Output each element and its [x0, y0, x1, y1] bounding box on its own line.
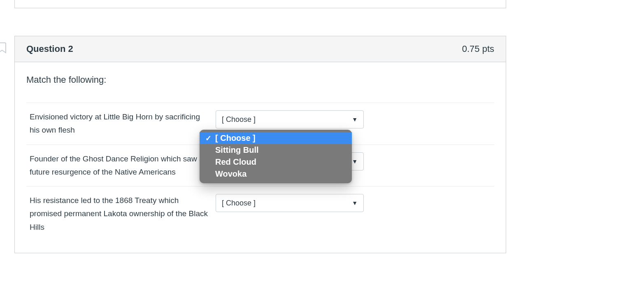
dropdown-option-wovoka[interactable]: Wovoka — [200, 168, 352, 180]
question-points: 0.75 pts — [462, 44, 494, 54]
chevron-down-icon: ▼ — [352, 200, 358, 206]
dropdown-option-label: Sitting Bull — [215, 145, 344, 155]
question-header: Question 2 0.75 pts — [15, 36, 506, 62]
previous-question-card-fragment — [14, 0, 506, 8]
question-instructions: Match the following: — [26, 75, 494, 85]
select-value: [ Choose ] — [222, 115, 256, 124]
dropdown-option-choose[interactable]: ✓ [ Choose ] — [200, 132, 352, 144]
bookmark-icon[interactable] — [0, 42, 7, 54]
match-prompt: His resistance led to the 1868 Treaty wh… — [30, 194, 216, 234]
select-value: [ Choose ] — [222, 199, 256, 208]
dropdown-option-red-cloud[interactable]: Red Cloud — [200, 156, 352, 168]
match-prompt: Envisioned victory at Little Big Horn by… — [30, 110, 216, 137]
dropdown-option-label: Wovoka — [215, 169, 344, 179]
match-select-1[interactable]: [ Choose ] ▼ — [216, 110, 364, 128]
chevron-down-icon: ▼ — [352, 158, 358, 165]
dropdown-option-sitting-bull[interactable]: Sitting Bull — [200, 144, 352, 156]
select-dropdown: ✓ [ Choose ] Sitting Bull Red Cloud Wovo… — [200, 130, 352, 183]
match-prompt: Founder of the Ghost Dance Religion whic… — [30, 152, 216, 179]
dropdown-option-label: Red Cloud — [215, 157, 344, 167]
match-row: His resistance led to the 1868 Treaty wh… — [26, 187, 494, 241]
check-icon: ✓ — [205, 134, 215, 143]
match-select-3[interactable]: [ Choose ] ▼ — [216, 194, 364, 212]
dropdown-option-label: [ Choose ] — [215, 133, 344, 143]
chevron-down-icon: ▼ — [352, 116, 358, 123]
question-title: Question 2 — [26, 44, 73, 54]
